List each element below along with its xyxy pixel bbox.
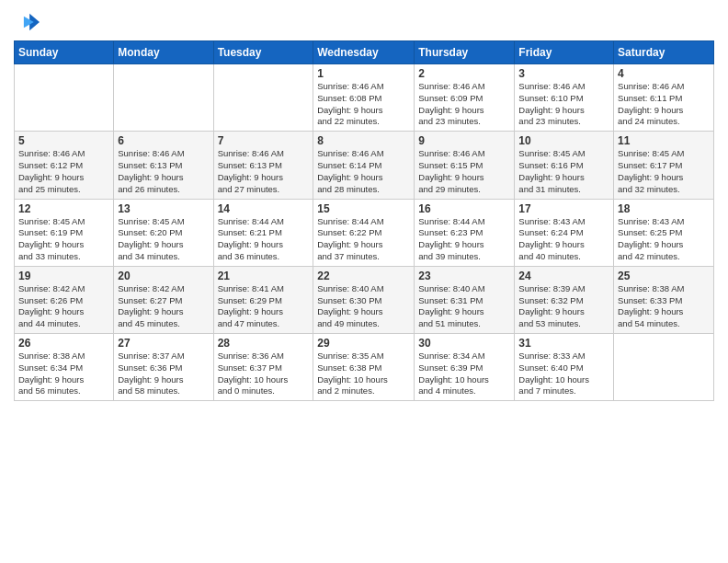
- day-number: 1: [317, 67, 410, 80]
- logo: [14, 9, 43, 35]
- header-row: SundayMondayTuesdayWednesdayThursdayFrid…: [15, 41, 714, 64]
- day-info: Sunrise: 8:36 AM Sunset: 6:37 PM Dayligh…: [218, 350, 310, 397]
- day-info: Sunrise: 8:46 AM Sunset: 6:11 PM Dayligh…: [618, 81, 710, 128]
- day-number: 13: [118, 202, 209, 215]
- day-cell: 13Sunrise: 8:45 AM Sunset: 6:20 PM Dayli…: [114, 199, 213, 266]
- calendar-header: SundayMondayTuesdayWednesdayThursdayFrid…: [15, 41, 714, 64]
- day-number: 5: [18, 134, 109, 147]
- day-header-friday: Friday: [515, 41, 614, 64]
- day-number: 24: [518, 270, 609, 282]
- day-info: Sunrise: 8:46 AM Sunset: 6:14 PM Dayligh…: [317, 148, 410, 195]
- day-info: Sunrise: 8:34 AM Sunset: 6:39 PM Dayligh…: [418, 350, 510, 397]
- day-number: 16: [418, 202, 510, 215]
- day-number: 26: [18, 337, 109, 350]
- day-cell: 12Sunrise: 8:45 AM Sunset: 6:19 PM Dayli…: [15, 199, 114, 266]
- day-info: Sunrise: 8:44 AM Sunset: 6:22 PM Dayligh…: [317, 216, 410, 263]
- day-cell: 21Sunrise: 8:41 AM Sunset: 6:29 PM Dayli…: [213, 266, 313, 333]
- calendar-table: SundayMondayTuesdayWednesdayThursdayFrid…: [14, 40, 714, 401]
- day-header-saturday: Saturday: [614, 41, 714, 64]
- day-cell: 5Sunrise: 8:46 AM Sunset: 6:12 PM Daylig…: [15, 132, 114, 199]
- day-cell: 7Sunrise: 8:46 AM Sunset: 6:13 PM Daylig…: [213, 132, 313, 199]
- day-info: Sunrise: 8:40 AM Sunset: 6:31 PM Dayligh…: [418, 283, 510, 330]
- week-row-4: 19Sunrise: 8:42 AM Sunset: 6:26 PM Dayli…: [15, 266, 714, 333]
- day-cell: 28Sunrise: 8:36 AM Sunset: 6:37 PM Dayli…: [213, 334, 313, 401]
- day-header-sunday: Sunday: [15, 41, 114, 64]
- day-info: Sunrise: 8:42 AM Sunset: 6:27 PM Dayligh…: [118, 283, 209, 330]
- day-number: 17: [518, 202, 609, 215]
- day-cell: 1Sunrise: 8:46 AM Sunset: 6:08 PM Daylig…: [313, 64, 415, 132]
- day-info: Sunrise: 8:43 AM Sunset: 6:25 PM Dayligh…: [618, 216, 710, 263]
- day-cell: 27Sunrise: 8:37 AM Sunset: 6:36 PM Dayli…: [114, 334, 213, 401]
- logo-icon: [14, 9, 40, 35]
- day-number: 29: [317, 337, 410, 350]
- day-cell: 23Sunrise: 8:40 AM Sunset: 6:31 PM Dayli…: [415, 266, 515, 333]
- day-info: Sunrise: 8:45 AM Sunset: 6:16 PM Dayligh…: [518, 148, 609, 195]
- day-number: 21: [218, 270, 310, 282]
- day-cell: 3Sunrise: 8:46 AM Sunset: 6:10 PM Daylig…: [515, 64, 614, 132]
- day-info: Sunrise: 8:46 AM Sunset: 6:13 PM Dayligh…: [118, 148, 209, 195]
- day-cell: 9Sunrise: 8:46 AM Sunset: 6:15 PM Daylig…: [415, 132, 515, 199]
- day-cell: 26Sunrise: 8:38 AM Sunset: 6:34 PM Dayli…: [15, 334, 114, 401]
- day-header-wednesday: Wednesday: [313, 41, 415, 64]
- day-header-tuesday: Tuesday: [213, 41, 313, 64]
- day-info: Sunrise: 8:39 AM Sunset: 6:32 PM Dayligh…: [518, 283, 609, 330]
- week-row-5: 26Sunrise: 8:38 AM Sunset: 6:34 PM Dayli…: [15, 334, 714, 401]
- day-number: 22: [317, 270, 410, 282]
- day-number: 15: [317, 202, 410, 215]
- day-header-monday: Monday: [114, 41, 213, 64]
- day-info: Sunrise: 8:40 AM Sunset: 6:30 PM Dayligh…: [317, 283, 410, 330]
- day-number: 2: [418, 67, 510, 80]
- day-cell: 16Sunrise: 8:44 AM Sunset: 6:23 PM Dayli…: [415, 199, 515, 266]
- day-number: 12: [18, 202, 109, 215]
- day-info: Sunrise: 8:38 AM Sunset: 6:33 PM Dayligh…: [618, 283, 710, 330]
- day-number: 31: [518, 337, 609, 350]
- day-info: Sunrise: 8:45 AM Sunset: 6:20 PM Dayligh…: [118, 216, 209, 263]
- week-row-3: 12Sunrise: 8:45 AM Sunset: 6:19 PM Dayli…: [15, 199, 714, 266]
- day-info: Sunrise: 8:33 AM Sunset: 6:40 PM Dayligh…: [518, 350, 609, 397]
- day-cell: 19Sunrise: 8:42 AM Sunset: 6:26 PM Dayli…: [15, 266, 114, 333]
- day-number: 27: [118, 337, 209, 350]
- day-cell: [15, 64, 114, 132]
- day-number: 25: [618, 270, 710, 282]
- day-info: Sunrise: 8:46 AM Sunset: 6:12 PM Dayligh…: [18, 148, 109, 195]
- day-number: 3: [518, 67, 609, 80]
- day-cell: 14Sunrise: 8:44 AM Sunset: 6:21 PM Dayli…: [213, 199, 313, 266]
- day-info: Sunrise: 8:46 AM Sunset: 6:13 PM Dayligh…: [218, 148, 310, 195]
- day-number: 7: [218, 134, 310, 147]
- day-number: 8: [317, 134, 410, 147]
- day-info: Sunrise: 8:46 AM Sunset: 6:10 PM Dayligh…: [518, 81, 609, 128]
- day-cell: 29Sunrise: 8:35 AM Sunset: 6:38 PM Dayli…: [313, 334, 415, 401]
- page: SundayMondayTuesdayWednesdayThursdayFrid…: [0, 0, 728, 563]
- day-number: 11: [618, 134, 710, 147]
- day-number: 4: [618, 67, 710, 80]
- day-info: Sunrise: 8:45 AM Sunset: 6:17 PM Dayligh…: [618, 148, 710, 195]
- day-cell: 17Sunrise: 8:43 AM Sunset: 6:24 PM Dayli…: [515, 199, 614, 266]
- day-info: Sunrise: 8:41 AM Sunset: 6:29 PM Dayligh…: [218, 283, 310, 330]
- week-row-1: 1Sunrise: 8:46 AM Sunset: 6:08 PM Daylig…: [15, 64, 714, 132]
- day-cell: 10Sunrise: 8:45 AM Sunset: 6:16 PM Dayli…: [515, 132, 614, 199]
- day-number: 28: [218, 337, 310, 350]
- day-cell: 24Sunrise: 8:39 AM Sunset: 6:32 PM Dayli…: [515, 266, 614, 333]
- day-info: Sunrise: 8:46 AM Sunset: 6:08 PM Dayligh…: [317, 81, 410, 128]
- day-info: Sunrise: 8:46 AM Sunset: 6:09 PM Dayligh…: [418, 81, 510, 128]
- day-number: 30: [418, 337, 510, 350]
- day-cell: 31Sunrise: 8:33 AM Sunset: 6:40 PM Dayli…: [515, 334, 614, 401]
- day-number: 14: [218, 202, 310, 215]
- day-number: 6: [118, 134, 209, 147]
- week-row-2: 5Sunrise: 8:46 AM Sunset: 6:12 PM Daylig…: [15, 132, 714, 199]
- day-number: 18: [618, 202, 710, 215]
- day-cell: 6Sunrise: 8:46 AM Sunset: 6:13 PM Daylig…: [114, 132, 213, 199]
- calendar-body: 1Sunrise: 8:46 AM Sunset: 6:08 PM Daylig…: [15, 64, 714, 401]
- day-info: Sunrise: 8:44 AM Sunset: 6:23 PM Dayligh…: [418, 216, 510, 263]
- day-info: Sunrise: 8:45 AM Sunset: 6:19 PM Dayligh…: [18, 216, 109, 263]
- day-info: Sunrise: 8:37 AM Sunset: 6:36 PM Dayligh…: [118, 350, 209, 397]
- day-cell: 2Sunrise: 8:46 AM Sunset: 6:09 PM Daylig…: [415, 64, 515, 132]
- day-cell: 20Sunrise: 8:42 AM Sunset: 6:27 PM Dayli…: [114, 266, 213, 333]
- day-info: Sunrise: 8:38 AM Sunset: 6:34 PM Dayligh…: [18, 350, 109, 397]
- day-number: 10: [518, 134, 609, 147]
- day-cell: 15Sunrise: 8:44 AM Sunset: 6:22 PM Dayli…: [313, 199, 415, 266]
- day-info: Sunrise: 8:46 AM Sunset: 6:15 PM Dayligh…: [418, 148, 510, 195]
- day-cell: 30Sunrise: 8:34 AM Sunset: 6:39 PM Dayli…: [415, 334, 515, 401]
- day-number: 9: [418, 134, 510, 147]
- day-cell: [114, 64, 213, 132]
